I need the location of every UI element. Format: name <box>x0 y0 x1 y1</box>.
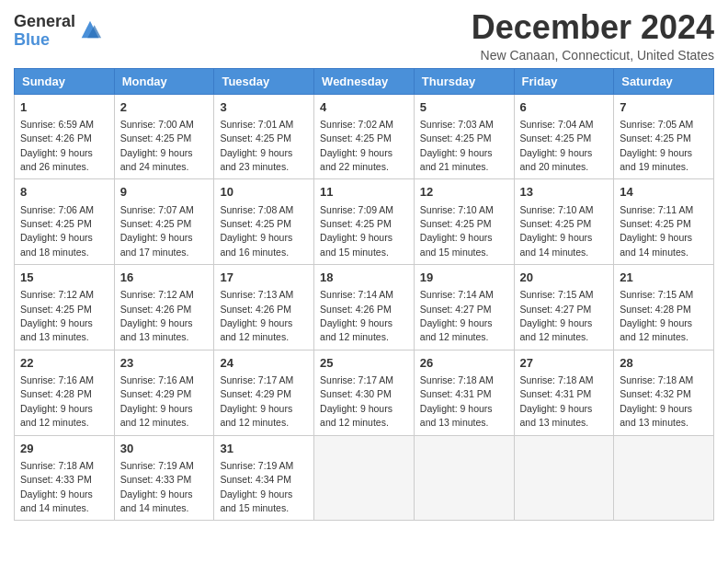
calendar-cell: 15 Sunrise: 7:12 AMSunset: 4:25 PMDaylig… <box>15 265 115 350</box>
day-number: 17 <box>220 270 308 286</box>
day-info: Sunrise: 7:13 AMSunset: 4:26 PMDaylight:… <box>220 289 293 342</box>
day-info: Sunrise: 7:17 AMSunset: 4:30 PMDaylight:… <box>320 374 393 428</box>
day-info: Sunrise: 7:01 AMSunset: 4:25 PMDaylight:… <box>220 119 293 172</box>
day-number: 24 <box>220 355 308 372</box>
day-number: 15 <box>20 270 108 286</box>
day-number: 6 <box>520 99 609 116</box>
day-info: Sunrise: 7:15 AMSunset: 4:27 PMDaylight:… <box>520 289 594 342</box>
calendar-cell: 3 Sunrise: 7:01 AMSunset: 4:25 PMDayligh… <box>214 94 314 179</box>
day-info: Sunrise: 7:05 AMSunset: 4:25 PMDaylight:… <box>620 119 693 172</box>
calendar-cell <box>614 435 714 521</box>
day-info: Sunrise: 7:07 AMSunset: 4:25 PMDaylight:… <box>120 204 194 258</box>
day-info: Sunrise: 7:14 AMSunset: 4:27 PMDaylight:… <box>420 289 494 342</box>
day-info: Sunrise: 7:18 AMSunset: 4:31 PMDaylight:… <box>420 374 494 428</box>
day-number: 2 <box>120 99 209 116</box>
title-block: December 2024 New Canaan, Connecticut, U… <box>472 9 714 63</box>
calendar-cell: 10 Sunrise: 7:08 AMSunset: 4:25 PMDaylig… <box>214 179 314 265</box>
calendar-cell: 1 Sunrise: 6:59 AMSunset: 4:26 PMDayligh… <box>15 94 115 179</box>
day-number: 30 <box>120 441 209 457</box>
calendar-cell: 28 Sunrise: 7:18 AMSunset: 4:32 PMDaylig… <box>614 350 714 435</box>
weekday-tuesday: Tuesday <box>214 68 314 94</box>
calendar-cell: 17 Sunrise: 7:13 AMSunset: 4:26 PMDaylig… <box>214 265 314 350</box>
calendar-cell <box>514 435 614 521</box>
weekday-saturday: Saturday <box>614 68 714 94</box>
location-title: New Canaan, Connecticut, United States <box>472 48 714 63</box>
header: GeneralBlue December 2024 New Canaan, Co… <box>14 9 714 63</box>
day-number: 20 <box>520 270 609 286</box>
week-row-5: 29 Sunrise: 7:18 AMSunset: 4:33 PMDaylig… <box>15 435 714 521</box>
day-number: 29 <box>20 441 108 457</box>
calendar-cell: 2 Sunrise: 7:00 AMSunset: 4:25 PMDayligh… <box>114 94 214 179</box>
day-info: Sunrise: 7:08 AMSunset: 4:25 PMDaylight:… <box>220 204 293 258</box>
weekday-friday: Friday <box>514 68 614 94</box>
day-number: 8 <box>20 184 108 201</box>
day-number: 12 <box>420 184 508 201</box>
calendar-cell: 13 Sunrise: 7:10 AMSunset: 4:25 PMDaylig… <box>514 179 614 265</box>
day-number: 7 <box>620 99 708 116</box>
day-info: Sunrise: 7:19 AMSunset: 4:33 PMDaylight:… <box>120 460 194 513</box>
day-info: Sunrise: 7:02 AMSunset: 4:25 PMDaylight:… <box>320 119 393 172</box>
day-info: Sunrise: 7:17 AMSunset: 4:29 PMDaylight:… <box>220 374 293 428</box>
day-number: 1 <box>20 99 108 116</box>
day-number: 26 <box>420 355 508 372</box>
calendar-cell: 4 Sunrise: 7:02 AMSunset: 4:25 PMDayligh… <box>314 94 415 179</box>
day-number: 21 <box>620 270 708 286</box>
calendar-cell: 29 Sunrise: 7:18 AMSunset: 4:33 PMDaylig… <box>15 435 115 521</box>
calendar-cell: 22 Sunrise: 7:16 AMSunset: 4:28 PMDaylig… <box>15 350 115 435</box>
calendar-cell: 5 Sunrise: 7:03 AMSunset: 4:25 PMDayligh… <box>414 94 514 179</box>
day-info: Sunrise: 7:03 AMSunset: 4:25 PMDaylight:… <box>420 119 494 172</box>
day-number: 22 <box>20 355 108 372</box>
week-row-1: 1 Sunrise: 6:59 AMSunset: 4:26 PMDayligh… <box>15 94 714 179</box>
weekday-thursday: Thursday <box>414 68 514 94</box>
day-info: Sunrise: 7:16 AMSunset: 4:29 PMDaylight:… <box>120 374 194 428</box>
day-number: 9 <box>120 184 209 201</box>
calendar-cell: 14 Sunrise: 7:11 AMSunset: 4:25 PMDaylig… <box>614 179 714 265</box>
week-row-3: 15 Sunrise: 7:12 AMSunset: 4:25 PMDaylig… <box>15 265 714 350</box>
day-number: 3 <box>220 99 308 116</box>
day-number: 19 <box>420 270 508 286</box>
day-number: 18 <box>320 270 408 286</box>
weekday-sunday: Sunday <box>15 68 115 94</box>
day-number: 4 <box>320 99 408 116</box>
calendar-cell: 20 Sunrise: 7:15 AMSunset: 4:27 PMDaylig… <box>514 265 614 350</box>
calendar-cell: 6 Sunrise: 7:04 AMSunset: 4:25 PMDayligh… <box>514 94 614 179</box>
day-info: Sunrise: 7:12 AMSunset: 4:25 PMDaylight:… <box>20 289 94 342</box>
calendar-cell: 8 Sunrise: 7:06 AMSunset: 4:25 PMDayligh… <box>15 179 115 265</box>
day-info: Sunrise: 7:16 AMSunset: 4:28 PMDaylight:… <box>20 374 94 428</box>
day-number: 27 <box>520 355 609 372</box>
day-info: Sunrise: 7:18 AMSunset: 4:31 PMDaylight:… <box>520 374 594 428</box>
calendar-cell: 19 Sunrise: 7:14 AMSunset: 4:27 PMDaylig… <box>414 265 514 350</box>
calendar-cell: 31 Sunrise: 7:19 AMSunset: 4:34 PMDaylig… <box>214 435 314 521</box>
logo: GeneralBlue <box>14 13 103 50</box>
calendar-cell: 25 Sunrise: 7:17 AMSunset: 4:30 PMDaylig… <box>314 350 415 435</box>
calendar-cell: 16 Sunrise: 7:12 AMSunset: 4:26 PMDaylig… <box>114 265 214 350</box>
day-info: Sunrise: 7:00 AMSunset: 4:25 PMDaylight:… <box>120 119 194 172</box>
month-title: December 2024 <box>472 9 714 46</box>
calendar-cell: 24 Sunrise: 7:17 AMSunset: 4:29 PMDaylig… <box>214 350 314 435</box>
day-info: Sunrise: 7:18 AMSunset: 4:33 PMDaylight:… <box>20 460 94 513</box>
calendar-cell: 26 Sunrise: 7:18 AMSunset: 4:31 PMDaylig… <box>414 350 514 435</box>
day-info: Sunrise: 7:10 AMSunset: 4:25 PMDaylight:… <box>520 204 594 258</box>
day-number: 5 <box>420 99 508 116</box>
day-info: Sunrise: 7:11 AMSunset: 4:25 PMDaylight:… <box>620 204 693 258</box>
day-number: 25 <box>320 355 408 372</box>
calendar-cell <box>414 435 514 521</box>
calendar-cell: 23 Sunrise: 7:16 AMSunset: 4:29 PMDaylig… <box>114 350 214 435</box>
day-info: Sunrise: 7:15 AMSunset: 4:28 PMDaylight:… <box>620 289 693 342</box>
day-info: Sunrise: 7:04 AMSunset: 4:25 PMDaylight:… <box>520 119 594 172</box>
day-number: 13 <box>520 184 609 201</box>
day-number: 10 <box>220 184 308 201</box>
day-number: 28 <box>620 355 708 372</box>
weekday-wednesday: Wednesday <box>314 68 415 94</box>
calendar-cell: 18 Sunrise: 7:14 AMSunset: 4:26 PMDaylig… <box>314 265 415 350</box>
logo-icon <box>77 17 103 42</box>
weekday-header-row: SundayMondayTuesdayWednesdayThursdayFrid… <box>15 68 714 94</box>
day-info: Sunrise: 6:59 AMSunset: 4:26 PMDaylight:… <box>20 119 94 172</box>
day-number: 31 <box>220 441 308 457</box>
day-info: Sunrise: 7:14 AMSunset: 4:26 PMDaylight:… <box>320 289 393 342</box>
week-row-2: 8 Sunrise: 7:06 AMSunset: 4:25 PMDayligh… <box>15 179 714 265</box>
calendar-cell: 11 Sunrise: 7:09 AMSunset: 4:25 PMDaylig… <box>314 179 415 265</box>
calendar-cell: 30 Sunrise: 7:19 AMSunset: 4:33 PMDaylig… <box>114 435 214 521</box>
day-info: Sunrise: 7:06 AMSunset: 4:25 PMDaylight:… <box>20 204 94 258</box>
day-number: 11 <box>320 184 408 201</box>
